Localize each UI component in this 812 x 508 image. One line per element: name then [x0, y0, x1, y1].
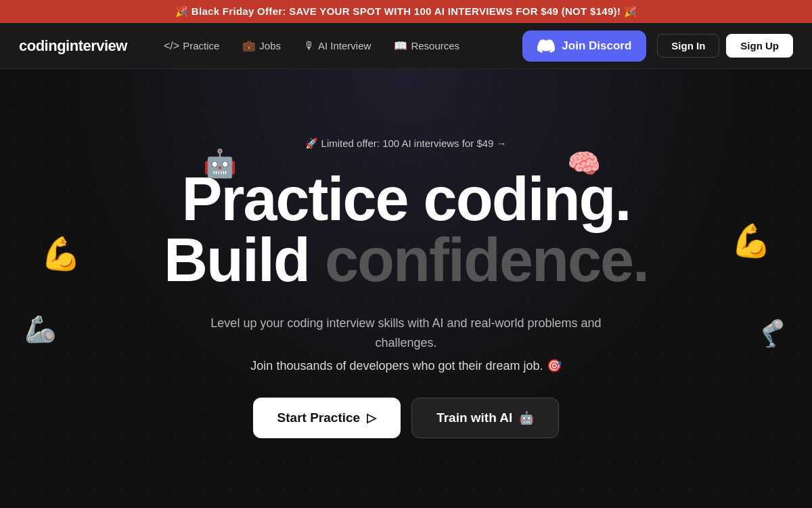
- code-icon: </>: [164, 40, 179, 52]
- limited-offer-text[interactable]: 🚀 Limited offer: 100 AI interviews for $…: [305, 137, 506, 150]
- start-practice-button[interactable]: Start Practice ▷: [253, 398, 401, 438]
- nav-item-ai-interview[interactable]: 🎙 AI Interview: [294, 35, 380, 58]
- nav-label-practice: Practice: [183, 40, 219, 51]
- hero-title-line2: Build confidence.: [164, 230, 648, 291]
- train-with-ai-label: Train with AI: [436, 410, 512, 425]
- briefcase-icon: 💼: [242, 39, 256, 52]
- hero-subtitle: Level up your coding interview skills wi…: [196, 314, 616, 353]
- discord-button-label: Join Discord: [562, 39, 631, 53]
- sign-up-button[interactable]: Sign Up: [726, 34, 793, 58]
- nav-item-resources[interactable]: 📖 Resources: [384, 34, 469, 58]
- discord-button[interactable]: Join Discord: [522, 30, 646, 62]
- nav-label-resources: Resources: [411, 40, 459, 51]
- emoji-muscle-left: 💪: [41, 235, 81, 273]
- nav-item-practice[interactable]: </> Practice: [154, 35, 229, 58]
- play-icon: ▷: [367, 410, 376, 425]
- banner-text: 🎉 Black Friday Offer: SAVE YOUR SPOT WIT…: [175, 5, 637, 17]
- cta-buttons: Start Practice ▷ Train with AI 🤖: [253, 398, 560, 438]
- hero-dream-job: Join thousands of developers who got the…: [250, 358, 561, 373]
- hero-title-line1: Practice coding.: [164, 169, 648, 230]
- hero-title-build: Build: [164, 226, 325, 294]
- emoji-arm-right: 🦿: [756, 318, 788, 348]
- nav-label-jobs: Jobs: [259, 40, 281, 51]
- auth-buttons: Sign In Sign Up: [657, 34, 793, 58]
- ai-icon: 🤖: [519, 410, 534, 425]
- nav-item-jobs[interactable]: 💼 Jobs: [233, 34, 290, 58]
- hero-section: 💪 🤖 🧠 🦾 💪 🦿 🚀 Limited offer: 100 AI inte…: [0, 69, 812, 507]
- promo-banner: 🎉 Black Friday Offer: SAVE YOUR SPOT WIT…: [0, 0, 812, 23]
- navbar: codinginterview </> Practice 💼 Jobs 🎙 AI…: [0, 23, 812, 69]
- train-with-ai-button[interactable]: Train with AI 🤖: [411, 398, 559, 438]
- site-logo[interactable]: codinginterview: [19, 37, 127, 55]
- start-practice-label: Start Practice: [277, 410, 361, 425]
- hero-title-confidence: confidence.: [325, 226, 648, 294]
- discord-icon: [537, 37, 555, 55]
- nav-links: </> Practice 💼 Jobs 🎙 AI Interview 📖 Res…: [154, 34, 469, 58]
- emoji-muscle-right: 💪: [731, 222, 771, 260]
- mic-icon: 🎙: [304, 40, 315, 52]
- nav-label-ai-interview: AI Interview: [318, 40, 371, 51]
- emoji-arm-left: 🦾: [24, 314, 56, 344]
- book-icon: 📖: [394, 39, 407, 52]
- hero-title: Practice coding. Build confidence.: [164, 169, 648, 291]
- sign-in-button[interactable]: Sign In: [657, 34, 719, 58]
